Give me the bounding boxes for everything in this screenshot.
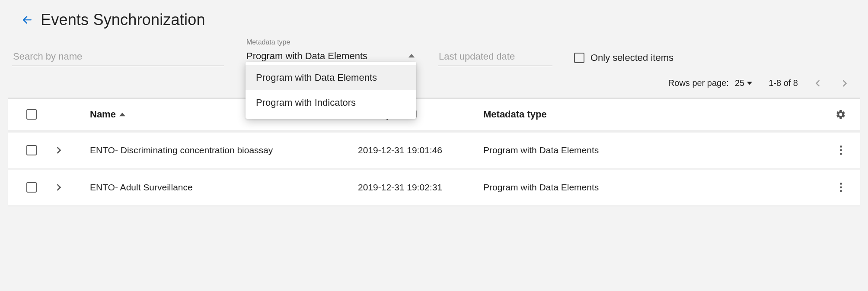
pagination-range: 1-8 of 8 xyxy=(769,78,798,88)
kebab-icon xyxy=(840,146,842,155)
chevron-right-icon xyxy=(55,184,62,191)
back-arrow-icon[interactable] xyxy=(22,14,33,25)
metadata-type-label: Metadata type xyxy=(246,38,416,46)
last-updated-date-input[interactable] xyxy=(438,40,552,66)
row-actions-button[interactable] xyxy=(821,183,860,192)
rows-per-page-value: 25 xyxy=(735,78,744,88)
column-header-metadata-type[interactable]: Metadata type xyxy=(483,109,821,120)
only-selected-checkbox[interactable] xyxy=(574,53,584,63)
table-header: Name Last updated Metadata type xyxy=(8,99,860,133)
svg-point-6 xyxy=(840,190,842,192)
svg-point-4 xyxy=(840,183,842,185)
svg-point-3 xyxy=(840,153,842,155)
cell-name: ENTO- Discriminating concentration bioas… xyxy=(90,145,358,155)
table-row: ENTO- Discriminating concentration bioas… xyxy=(8,133,860,170)
row-checkbox[interactable] xyxy=(26,145,37,155)
expand-row-button[interactable] xyxy=(55,147,90,154)
row-checkbox[interactable] xyxy=(26,182,37,193)
kebab-icon xyxy=(840,183,842,192)
cell-metadata-type: Program with Data Elements xyxy=(483,182,821,193)
svg-point-5 xyxy=(840,187,842,189)
expand-row-button[interactable] xyxy=(55,184,90,191)
prev-page-button[interactable] xyxy=(814,80,821,87)
next-page-button[interactable] xyxy=(841,80,848,87)
svg-point-2 xyxy=(840,149,842,152)
select-all-checkbox[interactable] xyxy=(26,109,37,120)
sort-asc-icon xyxy=(119,111,125,117)
cell-last-updated: 2019-12-31 19:02:31 xyxy=(358,182,483,193)
data-table: Name Last updated Metadata type ENTO- Di… xyxy=(8,98,860,207)
row-actions-button[interactable] xyxy=(821,146,860,155)
cell-metadata-type: Program with Data Elements xyxy=(483,145,821,155)
metadata-type-dropdown: Program with Data Elements Program with … xyxy=(246,62,416,119)
dropdown-option[interactable]: Program with Indicators xyxy=(246,90,416,115)
table-row: ENTO- Adult Surveillance 2019-12-31 19:0… xyxy=(8,170,860,207)
rows-per-page-label: Rows per page: xyxy=(668,78,729,88)
caret-down-icon xyxy=(747,81,752,86)
rows-per-page-select[interactable]: 25 xyxy=(735,78,752,88)
page-title: Events Synchronization xyxy=(41,11,205,29)
cell-name: ENTO- Adult Surveillance xyxy=(90,182,358,193)
table-settings-button[interactable] xyxy=(821,109,860,120)
only-selected-label: Only selected items xyxy=(590,52,673,63)
cell-last-updated: 2019-12-31 19:01:46 xyxy=(358,145,483,155)
gear-icon xyxy=(836,109,846,120)
chevron-right-icon xyxy=(55,147,62,154)
search-input[interactable] xyxy=(12,40,224,66)
svg-point-1 xyxy=(840,146,842,148)
dropdown-option[interactable]: Program with Data Elements xyxy=(246,65,416,90)
